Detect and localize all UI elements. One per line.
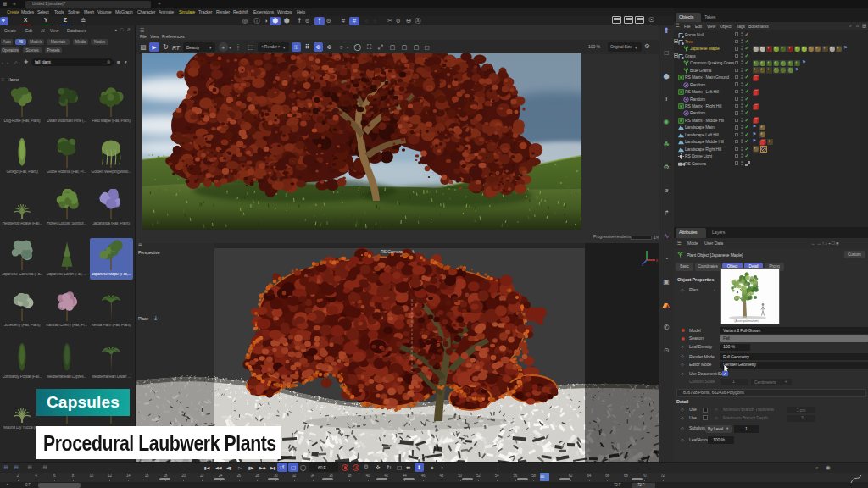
svg-text:(Acer palmatum): (Acer palmatum) (734, 319, 760, 323)
